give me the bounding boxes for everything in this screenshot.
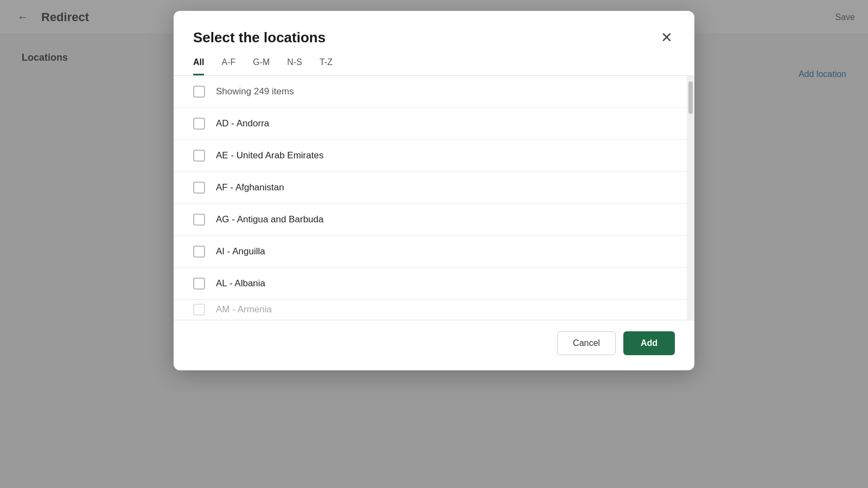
select-locations-modal: Select the locations ✕ All A-F G-M N-S T… (174, 11, 694, 370)
item-label-AI: AI - Anguilla (216, 246, 265, 257)
checkbox-AD[interactable] (193, 118, 205, 130)
list-item-AM[interactable]: AM - Armenia (174, 300, 687, 320)
checkbox-AL[interactable] (193, 278, 205, 290)
scrollbar-thumb[interactable] (688, 81, 693, 114)
tab-gm[interactable]: G-M (253, 57, 270, 75)
modal-header: Select the locations ✕ (174, 11, 694, 47)
item-label-AF: AF - Afghanistan (216, 182, 284, 193)
item-label-AM: AM - Armenia (216, 304, 272, 315)
checkbox-AE[interactable] (193, 150, 205, 162)
item-label-AL: AL - Albania (216, 278, 265, 289)
modal-overlay: Select the locations ✕ All A-F G-M N-S T… (0, 0, 868, 488)
checkbox-AG[interactable] (193, 214, 205, 226)
modal-footer: Cancel Add (174, 320, 694, 370)
location-list[interactable]: Showing 249 items AD - Andorra AE - Unit… (174, 76, 687, 320)
cancel-button[interactable]: Cancel (557, 331, 616, 355)
checkbox-AI[interactable] (193, 246, 205, 258)
modal-title: Select the locations (193, 29, 326, 46)
add-button[interactable]: Add (623, 331, 675, 355)
list-item-AL[interactable]: AL - Albania (174, 268, 687, 300)
item-label-AG: AG - Antigua and Barbuda (216, 214, 323, 225)
modal-body: Showing 249 items AD - Andorra AE - Unit… (174, 76, 694, 320)
list-item-AE[interactable]: AE - United Arab Emirates (174, 140, 687, 172)
checkbox-AF[interactable] (193, 182, 205, 194)
checkbox-AM[interactable] (193, 304, 205, 316)
tab-tz[interactable]: T-Z (320, 57, 333, 75)
item-label-AD: AD - Andorra (216, 118, 269, 129)
item-label-all: Showing 249 items (216, 86, 294, 97)
close-button[interactable]: ✕ (659, 28, 675, 47)
tab-all[interactable]: All (193, 57, 204, 75)
list-item-AF[interactable]: AF - Afghanistan (174, 172, 687, 204)
item-label-AE: AE - United Arab Emirates (216, 150, 323, 161)
checkbox-all[interactable] (193, 86, 205, 98)
tab-ns[interactable]: N-S (287, 57, 302, 75)
list-item-AD[interactable]: AD - Andorra (174, 108, 687, 140)
tab-af[interactable]: A-F (221, 57, 235, 75)
scrollbar-track[interactable] (687, 76, 694, 320)
list-item-AG[interactable]: AG - Antigua and Barbuda (174, 204, 687, 236)
tabs-bar: All A-F G-M N-S T-Z (174, 47, 694, 76)
list-item-all[interactable]: Showing 249 items (174, 76, 687, 108)
list-item-AI[interactable]: AI - Anguilla (174, 236, 687, 268)
